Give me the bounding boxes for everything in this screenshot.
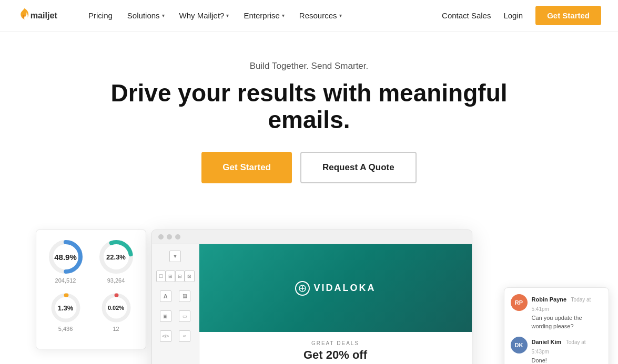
svg-text:mailjet: mailjet (31, 11, 58, 20)
section-icon[interactable]: ▣ (160, 310, 171, 322)
chat-avatar-dk: DK (511, 337, 528, 353)
chat-widget: RP Robin Payne Today at 5:41pm Can you u… (504, 287, 609, 364)
chat-name-1: Robin Payne (532, 296, 567, 303)
screenshots-area: 48.9% 204,512 22.3% 93,264 (0, 230, 618, 364)
image-icon[interactable]: 🖼 (179, 290, 190, 302)
resources-caret: ▾ (339, 13, 342, 18)
chat-bubble-2: Daniel Kim Today at 5:43pm Done! (532, 337, 602, 364)
nav-why-mailjet[interactable]: Why Mailjet? ▾ (179, 11, 229, 20)
editor-titlebar (152, 230, 472, 244)
metric-open-rate: 48.9% 204,512 (45, 238, 87, 284)
nav-links: Pricing Solutions ▾ Why Mailjet? ▾ Enter… (88, 11, 442, 20)
email-body: GREAT DEALS Get 20% off on your next tri… (199, 332, 472, 364)
chat-text-2: Done! (532, 357, 602, 364)
text-icon[interactable]: A (160, 290, 171, 302)
link-icon[interactable]: ∞ (179, 330, 190, 342)
email-preview: VIDALOKA GREAT DEALS Get 20% off on your… (199, 244, 472, 364)
why-mailjet-caret: ▾ (226, 13, 229, 18)
window-dot-1 (158, 234, 164, 240)
email-tag: GREAT DEALS (311, 340, 359, 346)
analytics-widget: 48.9% 204,512 22.3% 93,264 (36, 230, 146, 349)
solutions-caret: ▾ (162, 13, 165, 18)
button-icon[interactable]: ▭ (179, 310, 190, 322)
hero-title: Drive your results with meaningful email… (99, 80, 520, 133)
block-icon-2[interactable]: ⊞ (166, 271, 175, 282)
hero-buttons: Get Started Request A Quote (11, 152, 607, 183)
block-icon-1[interactable]: ☐ (156, 271, 166, 282)
login-link[interactable]: Login (503, 11, 523, 20)
code-icon[interactable]: </> (160, 330, 171, 342)
metric-unsubscribe: 1.3% 5,436 (45, 292, 87, 332)
editor-window: ▼ ☐ ⊞ ⊟ ⊠ A 🖼 ▣ ▭ (151, 230, 472, 364)
chat-name-2: Daniel Kim (532, 339, 562, 345)
email-headline: Get 20% off on your next trip (290, 348, 381, 364)
email-header: VIDALOKA (199, 244, 472, 332)
hero-section: Build Together. Send Smarter. Drive your… (0, 32, 618, 230)
contact-sales-link[interactable]: Contact Sales (442, 11, 491, 20)
metric-click-rate: 22.3% 93,264 (95, 238, 137, 284)
nav-right: Contact Sales Login Get Started (442, 6, 601, 25)
block-icon-4[interactable]: ⊠ (185, 271, 194, 282)
chat-text-1: Can you update the wording please? (532, 314, 602, 330)
chat-message-2: DK Daniel Kim Today at 5:43pm Done! (511, 337, 602, 364)
chat-avatar-rp: RP (511, 294, 528, 311)
vidaloka-logo: VIDALOKA (295, 281, 376, 296)
chat-bubble-1: Robin Payne Today at 5:41pm Can you upda… (532, 294, 602, 330)
editor-sidebar: ▼ ☐ ⊞ ⊟ ⊠ A 🖼 ▣ ▭ (152, 244, 199, 364)
request-quote-button[interactable]: Request A Quote (300, 152, 417, 183)
logo[interactable]: mailjet (17, 6, 69, 25)
hero-subtitle: Build Together. Send Smarter. (11, 61, 607, 71)
metric-bounce: 0.02% 12 (95, 292, 137, 332)
window-dot-3 (175, 234, 180, 240)
nav-enterprise[interactable]: Enterprise ▾ (244, 11, 284, 20)
block-icon-3[interactable]: ⊟ (175, 271, 185, 282)
editor-body: ▼ ☐ ⊞ ⊟ ⊠ A 🖼 ▣ ▭ (152, 244, 472, 364)
window-dot-2 (167, 234, 172, 240)
vidaloka-icon (295, 281, 310, 296)
nav-solutions[interactable]: Solutions ▾ (127, 11, 165, 20)
nav-resources[interactable]: Resources ▾ (299, 11, 342, 20)
nav-get-started-button[interactable]: Get Started (535, 6, 601, 25)
dropdown-icon[interactable]: ▼ (169, 251, 181, 262)
navbar: mailjet Pricing Solutions ▾ Why Mailjet?… (0, 0, 618, 32)
editor-main: VIDALOKA GREAT DEALS Get 20% off on your… (199, 244, 472, 364)
vidaloka-brand-text: VIDALOKA (314, 283, 376, 294)
chat-message-1: RP Robin Payne Today at 5:41pm Can you u… (511, 294, 602, 330)
enterprise-caret: ▾ (282, 13, 285, 18)
nav-pricing[interactable]: Pricing (88, 11, 113, 20)
hero-get-started-button[interactable]: Get Started (201, 152, 292, 183)
